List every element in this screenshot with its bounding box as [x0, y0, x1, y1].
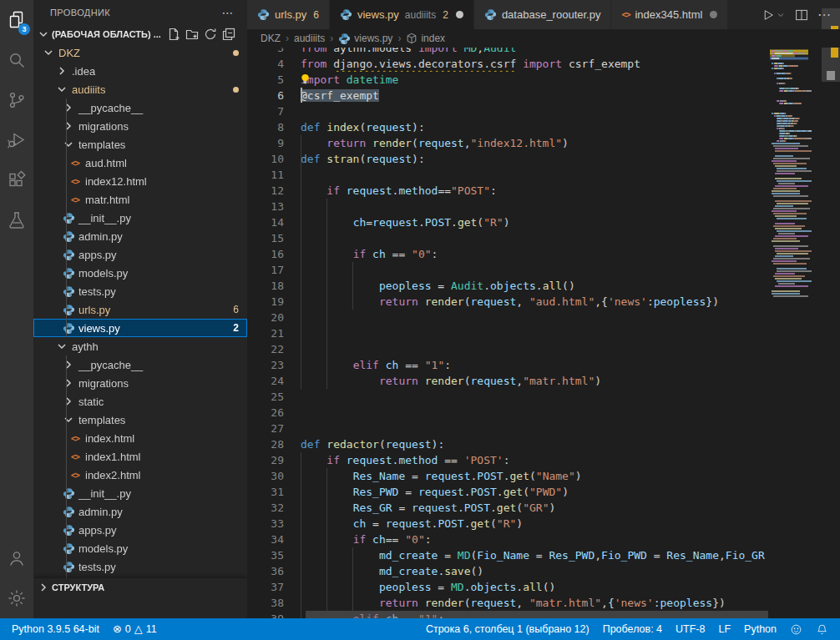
chevron-right-icon: [62, 376, 75, 390]
code-line-30: Res_Name = request.POST.get("Name"): [301, 468, 768, 484]
code-line-24: return render(request,"matr.html"): [301, 373, 768, 389]
line-number: 8: [247, 119, 284, 135]
activity-bar-run-and-debug[interactable]: [0, 120, 33, 160]
status-eol[interactable]: LF: [711, 618, 737, 640]
line-number: 15: [247, 230, 284, 246]
file-label: migrations: [78, 377, 129, 390]
activity-bar-explorer[interactable]: 3: [0, 0, 33, 40]
outline-section-header[interactable]: СТРУКТУРА: [33, 578, 247, 597]
chevron-down-icon: [55, 83, 68, 96]
line-number: 28: [247, 436, 284, 452]
html-icon: <>: [68, 174, 82, 188]
code-editor[interactable]: 3from aythh.models import MD,Audit4from …: [247, 29, 768, 618]
code-line-34: if ch== "0":: [301, 532, 768, 547]
code-line-10: def stran(request):: [301, 151, 768, 167]
python-icon: [340, 8, 352, 21]
line-number: 26: [247, 405, 284, 421]
activity-bar-search[interactable]: [0, 40, 33, 80]
activity-bar-manage[interactable]: [0, 578, 33, 618]
file-label: index12.html: [85, 175, 147, 188]
code-line-29: if request.method == 'POST':: [301, 452, 768, 468]
file-label: static: [78, 396, 104, 408]
file-tree: DKZ.ideaaudiiits__pycache__migrationstem…: [33, 43, 247, 597]
views-and-more-actions-icon[interactable]: ⋯: [222, 0, 234, 25]
code-line-38: return render(request, "matr.html",{'new…: [301, 595, 768, 611]
line-number: 34: [247, 532, 284, 547]
breadcrumb-item-DKZ[interactable]: DKZ: [261, 33, 281, 44]
tab-bar: urls.py6views.pyaudiiits2database_rooute…: [247, 0, 840, 29]
new-file-icon[interactable]: [167, 28, 180, 41]
tree-indent-guide: [66, 98, 67, 337]
tab-urls.py[interactable]: urls.py6: [247, 0, 329, 29]
file-label: migrations: [78, 120, 129, 133]
line-number: 22: [247, 341, 284, 357]
breadcrumb-item-audiiits[interactable]: audiiits: [294, 33, 325, 44]
code-line-20: [301, 310, 768, 325]
file-label: index2.html: [85, 469, 140, 481]
workspace-section-label: (РАБОЧАЯ ОБЛАСТЬ) ...: [52, 29, 161, 39]
lightbulb-icon[interactable]: [299, 73, 311, 86]
line-number: 24: [247, 373, 284, 389]
line-number: 6: [247, 88, 284, 103]
python-icon: [62, 321, 75, 335]
code-line-19: return render(request, "aud.html",{'news…: [301, 294, 768, 310]
tab-views.py[interactable]: views.pyaudiiits2: [330, 0, 473, 29]
chevron-right-icon: [62, 358, 75, 371]
search-icon: [7, 50, 27, 70]
file-label: audiiits: [72, 83, 105, 96]
minimap[interactable]: [770, 18, 812, 594]
breadcrumb-item-views.py[interactable]: views.py: [338, 33, 392, 45]
status-python-interpreter[interactable]: Python 3.9.5 64-bit: [5, 618, 106, 640]
file-label: aythh: [72, 340, 99, 353]
activity-bar-extensions[interactable]: [0, 160, 33, 200]
breadcrumb-item-index[interactable]: index: [406, 33, 445, 44]
status-notifications[interactable]: [809, 618, 835, 640]
code-line-33: ch = request.POST.get("R"): [301, 516, 768, 532]
code-line-4: from django.views.decorators.csrf import…: [301, 56, 768, 72]
python-icon: [62, 560, 75, 573]
tree-item-aythh[interactable]: aythh: [33, 337, 247, 355]
line-number: 29: [247, 452, 284, 468]
tree-item-audiiits[interactable]: audiiits: [33, 80, 247, 98]
dirty-indicator[interactable]: [456, 11, 463, 18]
status-cursor-position[interactable]: Строка 6, столбец 1 (выбрано 12): [419, 618, 596, 640]
html-icon: <>: [68, 450, 82, 463]
code-line-32: Res_GR = request.POST.get("GR"): [301, 500, 768, 516]
status-problems[interactable]: ⊗0△11: [106, 618, 164, 640]
chevron-right-icon: [62, 119, 75, 133]
status-encoding[interactable]: UTF-8: [669, 618, 711, 640]
tree-item-DKZ[interactable]: DKZ: [33, 43, 247, 62]
problems-badge: 6: [233, 304, 239, 315]
code-line-13: [301, 199, 768, 214]
line-number: 19: [247, 294, 284, 310]
status-indentation[interactable]: Пробелов: 4: [596, 618, 669, 640]
collapse-all-icon[interactable]: [222, 28, 235, 41]
breadcrumb-separator: ›: [286, 33, 289, 44]
status-language-mode[interactable]: Python: [737, 618, 783, 640]
chevron-right-icon: [37, 581, 50, 594]
line-number: 4: [247, 56, 284, 72]
file-label: templates: [78, 139, 125, 151]
activity-bar: 3: [0, 0, 33, 618]
code-line-8: def index(request):: [301, 119, 768, 135]
explorer-sidebar: ПРОВОДНИК ⋯ (РАБОЧАЯ ОБЛАСТЬ) ... DKZ.id…: [33, 0, 247, 618]
refresh-icon[interactable]: [204, 28, 217, 41]
line-number: 21: [247, 325, 284, 341]
indent-guide: [326, 199, 327, 389]
workspace-section-header[interactable]: (РАБОЧАЯ ОБЛАСТЬ) ...: [33, 25, 247, 43]
tab-database_roouter.py[interactable]: database_roouter.py: [474, 0, 611, 29]
dirty-indicator[interactable]: [710, 11, 717, 18]
new-folder-icon[interactable]: [185, 28, 199, 41]
tree-item-.idea[interactable]: .idea: [33, 62, 247, 80]
line-number: 5: [247, 72, 284, 88]
line-number: 10: [247, 151, 284, 167]
status-feedback[interactable]: [783, 618, 809, 640]
warning-marker: [831, 48, 838, 58]
file-label: admin.py: [78, 506, 123, 518]
horizontal-scrollbar[interactable]: [306, 611, 768, 618]
activity-bar-source-control[interactable]: [0, 80, 33, 120]
activity-bar-testing[interactable]: [0, 200, 33, 240]
activity-bar-accounts[interactable]: [0, 538, 33, 578]
tab-index345.html[interactable]: <>index345.html: [611, 0, 727, 29]
file-label: apps.py: [78, 524, 117, 537]
